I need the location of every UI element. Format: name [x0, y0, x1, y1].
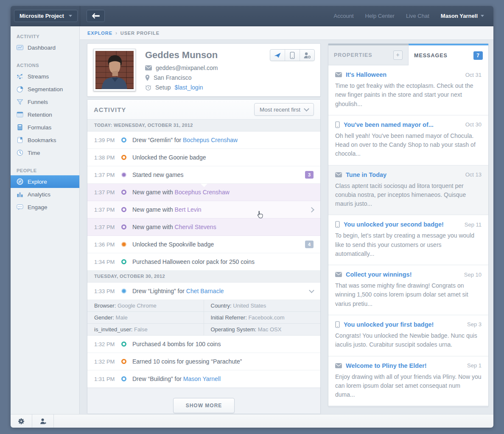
- profile-action-buttons: [270, 49, 315, 61]
- sidebar-item-time[interactable]: Time: [11, 146, 79, 159]
- sidebar-item-explore[interactable]: Explore: [11, 175, 79, 188]
- message-title: Tune in Today: [346, 171, 462, 178]
- mobile-device-button[interactable]: [285, 50, 300, 61]
- sidebar-item-dashboard[interactable]: Dashboard: [11, 41, 79, 54]
- topbar-nav: Account Help Center Live Chat Mason Yarn…: [334, 13, 484, 19]
- profile-link[interactable]: Bochepus Crenshaw: [183, 137, 238, 143]
- message-date: Oct 30: [465, 121, 482, 128]
- activity-row-hovered[interactable]: 1:37 PM New game with Bert Levin: [87, 201, 320, 218]
- message-title: You've been named mayor of...: [344, 121, 462, 128]
- activity-row[interactable]: 1:34 PM Purchased Halloween color pack f…: [87, 253, 320, 271]
- remove-user-button[interactable]: [300, 50, 314, 61]
- activity-row[interactable]: 1:31 PM Drew “Building” for Mason Yarnel…: [87, 370, 320, 388]
- activity-row[interactable]: 1:37 PM New game with Bocephus Crenshaw: [87, 184, 320, 201]
- email-icon: [335, 272, 342, 277]
- messages-panel: PROPERTIES + MESSAGES 7: [328, 43, 489, 407]
- activity-row[interactable]: 1:32 PM Purchased 4 bombs for 100 coins: [87, 336, 320, 353]
- sidebar-item-engage[interactable]: Engage: [11, 201, 79, 213]
- settings-button[interactable]: [11, 414, 32, 428]
- table-cell: Country: United States: [204, 300, 321, 311]
- segmentation-icon: [16, 85, 24, 93]
- last-login-link[interactable]: $last_login: [175, 84, 203, 91]
- chevron-right-icon: [309, 207, 314, 213]
- sidebar-item-segmentation[interactable]: Segmentation: [11, 83, 79, 95]
- activity-row[interactable]: 1:39 PM Drew “Gremlin” for Bochepus Cren…: [87, 132, 320, 149]
- event-time: 1:36 PM: [94, 241, 120, 248]
- paper-plane-icon: [274, 52, 281, 59]
- chat-bubble-icon: [16, 203, 24, 211]
- add-person-button[interactable]: [32, 414, 54, 428]
- breadcrumb-explore-link[interactable]: EXPLORE: [87, 31, 112, 36]
- activity-feed: ACTIVITY Most recent first TODAY: WEDNES…: [87, 99, 321, 414]
- message-title: Welcome to Pliny the Elder!: [346, 362, 463, 369]
- message-item[interactable]: You unlocked your first badge! Sep 3 Con…: [328, 315, 488, 356]
- show-more-button[interactable]: SHOW MORE: [173, 398, 235, 413]
- send-message-button[interactable]: [270, 50, 285, 61]
- table-row: Gender: Male Initial Referrer: Facebook.…: [87, 312, 320, 324]
- profile-link[interactable]: Chervil Stevens: [175, 224, 216, 230]
- activity-header: ACTIVITY Most recent first: [87, 100, 320, 120]
- event-time: 1:37 PM: [94, 224, 120, 230]
- tab-messages[interactable]: MESSAGES 7: [409, 44, 488, 65]
- table-cell: Browser: Google Chrome: [87, 300, 204, 311]
- event-dot-icon: [121, 376, 126, 381]
- activity-row[interactable]: 1:38 PM Unlocked the Goonie badge: [87, 149, 320, 166]
- funnel-icon: [16, 98, 24, 106]
- sidebar: ACTIVITY Dashboard ACTIONS Streams Segme…: [11, 26, 80, 414]
- message-item[interactable]: Collect your winnings! Sep 10 That was s…: [328, 265, 488, 315]
- event-text: Unlocked the Goonie badge: [132, 154, 206, 161]
- project-name: Microsite Project: [20, 13, 64, 19]
- message-item[interactable]: You unlocked your second badge! Sep 11 T…: [328, 215, 488, 265]
- sort-order-dropdown[interactable]: Most recent first: [254, 103, 314, 116]
- event-text: New game with Bert Levin: [132, 206, 202, 213]
- nav-help-center[interactable]: Help Center: [365, 13, 395, 19]
- event-dot-icon: [121, 259, 126, 264]
- profile-name: Geddes Munson: [145, 50, 218, 61]
- nav-live-chat[interactable]: Live Chat: [406, 13, 429, 19]
- message-item[interactable]: You've been named mayor of... Oct 30 Oh …: [328, 115, 488, 165]
- activity-row[interactable]: 1:37 PM New game with Chervil Stevens: [87, 218, 320, 236]
- event-dot-icon: [121, 155, 126, 160]
- event-time: 1:37 PM: [94, 207, 120, 213]
- activity-footer: SHOW MORE: [87, 388, 320, 414]
- profile-email: geddes@mixpanel.com: [156, 64, 218, 71]
- message-item[interactable]: Welcome to Pliny the Elder! Sep 1 Enjoy …: [328, 356, 488, 406]
- sidebar-item-analytics[interactable]: Analytics: [11, 188, 79, 201]
- bar-chart-icon: [16, 190, 24, 198]
- activity-row[interactable]: 1:32 PM Earned 10 coins for guessing “Pa…: [87, 353, 320, 370]
- message-item-highlighted[interactable]: Tune in Today Oct 13 Class aptent taciti…: [328, 165, 488, 216]
- sidebar-item-bookmarks[interactable]: Bookmarks: [11, 134, 79, 146]
- sidebar-item-streams[interactable]: Streams: [11, 70, 79, 83]
- activity-row-expanded[interactable]: 1:33 PM Drew “Lightning” for Chet Barnac…: [87, 283, 320, 300]
- add-property-button[interactable]: +: [393, 50, 403, 60]
- phone-icon: [335, 321, 340, 328]
- back-button[interactable]: [87, 10, 105, 22]
- project-selector[interactable]: Microsite Project: [14, 10, 78, 22]
- tab-properties[interactable]: PROPERTIES +: [328, 44, 409, 65]
- streams-icon: [16, 73, 24, 80]
- profile-link[interactable]: Chet Barnacle: [186, 288, 224, 294]
- event-text: New game with Bocephus Crenshaw: [132, 189, 230, 196]
- profile-link[interactable]: Mason Yarnell: [183, 375, 221, 382]
- chevron-down-icon: [304, 106, 309, 112]
- message-title: You unlocked your first badge!: [344, 321, 463, 328]
- user-menu[interactable]: Mason Yarnell: [441, 13, 484, 19]
- sidebar-item-retention[interactable]: Retention: [11, 108, 79, 121]
- activity-row-expanded-parent[interactable]: 1:37 PM Started new games 3: [87, 166, 320, 184]
- sidebar-item-label: Funnels: [28, 99, 48, 105]
- event-time: 1:37 PM: [94, 172, 120, 178]
- nav-account[interactable]: Account: [334, 13, 354, 19]
- profile-link[interactable]: Bocephus Crenshaw: [175, 189, 230, 196]
- sidebar-item-funnels[interactable]: Funnels: [11, 95, 79, 108]
- messages-count-badge: 7: [473, 51, 483, 60]
- activity-row[interactable]: 1:36 PM Unlocked the Spookville badge 4: [87, 236, 320, 253]
- event-time: 1:37 PM: [94, 189, 120, 196]
- table-row: Browser: Google Chrome Country: United S…: [87, 300, 320, 312]
- event-count-badge: 4: [305, 241, 314, 248]
- event-dot-icon: [121, 288, 126, 294]
- sidebar-item-formulas[interactable]: Formulas: [11, 121, 79, 134]
- event-text: Drew “Gremlin” for Bochepus Crenshaw: [132, 137, 238, 143]
- tab-label: MESSAGES: [414, 53, 448, 59]
- profile-link[interactable]: Bert Levin: [175, 206, 202, 213]
- message-item[interactable]: It's Halloween Oct 31 Time to get freaky…: [328, 65, 488, 115]
